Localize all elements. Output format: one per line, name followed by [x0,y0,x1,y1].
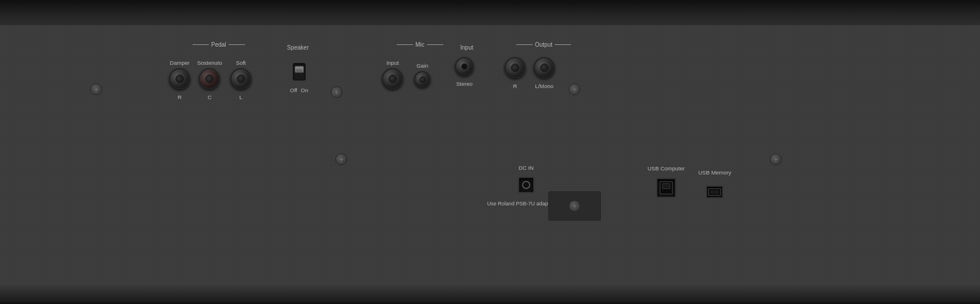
screw-far-right: + [770,153,782,165]
damper-sub-label: R [178,94,182,100]
output-r-label: R [513,83,517,89]
screw-speaker: + [331,86,342,98]
screw-icon-3: + [569,83,580,95]
sostenuto-connector-group: Sostenuto C [197,57,222,100]
mic-label: Mic [413,41,427,48]
pedal-label: Pedal [209,41,229,48]
input-label: Input [458,44,475,51]
mic-input-group: Input [382,57,403,89]
speaker-toggle-switch[interactable] [293,63,306,81]
speaker-label: Speaker [285,44,311,51]
bottom-edge [0,285,980,302]
usb-b-connector [656,178,676,198]
gain-label: Gain [416,62,428,69]
output-line-right [555,44,571,45]
screw-icon-2: + [331,86,342,98]
speaker-section-header: Speaker [285,41,311,52]
top-edge [0,2,980,25]
damper-connector-group: Damper R [169,57,190,100]
pedal-line-right [229,44,245,45]
usb-memory-section: USB Memory [698,166,731,198]
damper-jack [169,68,190,89]
mic-section-header: Mic [397,41,443,48]
speaker-toggle-group: Off On [290,63,308,93]
stereo-input-group: Stereo [455,57,474,87]
usb-b-inner [660,181,673,194]
output-r-group: R [505,57,526,89]
damper-top-label: Damper [170,60,190,66]
usb-memory-label: USB Memory [698,169,731,176]
soft-connector-group: Soft L [230,57,251,100]
output-line-left [516,44,533,45]
mic-input-jack [382,68,403,89]
output-section-header: Output [516,41,571,48]
usb-computer-label: USB Computer [648,165,685,172]
panel-content: + Pedal Damper R [0,25,980,285]
screw-icon: + [90,83,102,95]
input-section-header: Input [458,41,475,52]
screw-icon-6: + [770,153,782,165]
mic-input-label: Input [386,60,398,66]
soft-top-label: Soft [236,60,246,66]
screw-bottom-center: + [335,153,347,165]
output-lmono-group: L/Mono [534,57,555,89]
toggle-on-label: On [301,87,309,93]
gain-jack [414,71,430,88]
sostenuto-jack [199,68,220,89]
gain-group: Gain [414,60,430,88]
stereo-input-jack [455,57,474,76]
screw-output-r: + [569,83,580,95]
toggle-slider [295,66,304,73]
sostenuto-sub-label: C [208,94,212,100]
screw-icon-5: + [569,200,580,212]
output-lmono-label: L/Mono [535,83,554,89]
usb-mem-inner [708,188,721,195]
dc-in-label: DC IN [519,165,534,171]
screw-tl: + [90,83,102,95]
device-panel: + Pedal Damper R [0,0,980,304]
stereo-label: Stereo [456,81,473,87]
bracket-plate: + [548,191,601,221]
mic-line-right [427,44,443,45]
sostenuto-top-label: Sostenuto [197,60,222,66]
usb-mem-connector [706,186,723,198]
main-area: + Pedal Damper R [0,25,980,285]
dc-in-connector [518,177,534,193]
output-lmono-jack [534,57,555,78]
output-r-jack [505,57,526,78]
toggle-off-label: Off [290,87,298,93]
pedal-section-header: Pedal [192,41,245,48]
pedal-line-left [192,44,209,45]
mic-line-left [397,44,413,45]
screw-icon-4: + [335,153,347,165]
output-label: Output [533,41,555,48]
soft-sub-label: L [239,94,242,100]
usb-computer-section: USB Computer [648,162,685,198]
soft-jack [230,68,251,89]
